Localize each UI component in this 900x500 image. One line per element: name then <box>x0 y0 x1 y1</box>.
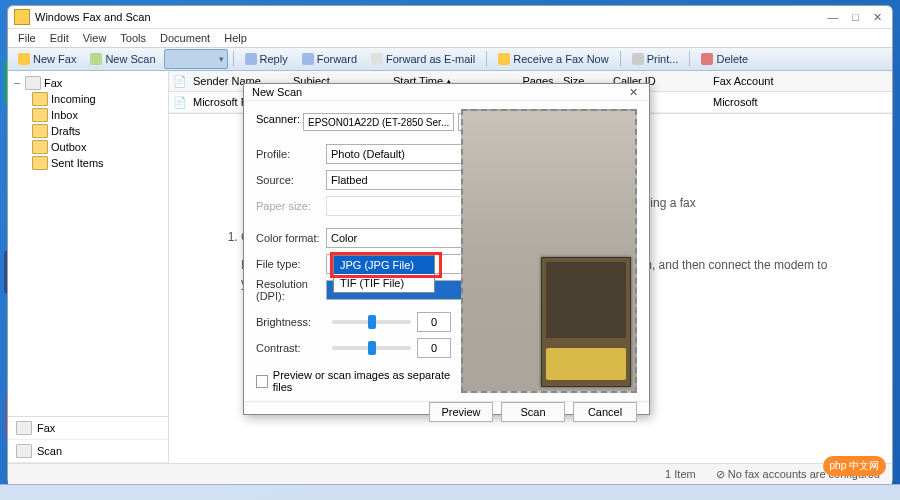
dialog-titlebar[interactable]: New Scan ✕ <box>244 84 649 101</box>
brightness-slider[interactable] <box>332 320 411 324</box>
titlebar[interactable]: Windows Fax and Scan — □ ✕ <box>8 6 892 29</box>
menu-edit[interactable]: Edit <box>50 32 69 44</box>
folder-icon <box>32 140 48 154</box>
cancel-button[interactable]: Cancel <box>573 402 637 422</box>
slider-thumb[interactable] <box>368 341 376 355</box>
scan-preview[interactable] <box>461 109 637 393</box>
tree-item-sent[interactable]: Sent Items <box>10 155 166 171</box>
delete-button[interactable]: Delete <box>695 51 754 67</box>
label: Fax <box>37 422 55 434</box>
status-count: 1 Item <box>665 468 696 480</box>
col-account[interactable]: Fax Account <box>713 75 813 87</box>
dialog-close-button[interactable]: ✕ <box>625 84 641 100</box>
dropdown-option-tif[interactable]: TIF (TIF File) <box>334 274 434 292</box>
delete-icon <box>701 53 713 65</box>
source-select[interactable]: Flatbed <box>326 170 471 190</box>
label: Drafts <box>51 125 80 137</box>
menu-document[interactable]: Document <box>160 32 210 44</box>
menu-view[interactable]: View <box>83 32 107 44</box>
color-select[interactable]: Color <box>326 228 471 248</box>
label: Fax <box>44 77 62 89</box>
tree-root-fax[interactable]: −Fax <box>10 75 166 91</box>
menu-tools[interactable]: Tools <box>120 32 146 44</box>
forward-email-button[interactable]: Forward as E-mail <box>365 51 481 67</box>
label: Preview or scan images as separate files <box>273 369 451 393</box>
slider-thumb[interactable] <box>368 315 376 329</box>
receive-fax-button[interactable]: Receive a Fax Now <box>492 51 614 67</box>
dropdown-option-jpg[interactable]: JPG (JPG File) <box>334 256 434 274</box>
tree-item-drafts[interactable]: Drafts <box>10 123 166 139</box>
tree-item-inbox[interactable]: Inbox <box>10 107 166 123</box>
minimize-button[interactable]: — <box>827 11 838 24</box>
filetype-label: File type: <box>256 258 326 270</box>
email-icon <box>371 53 383 65</box>
new-scan-button[interactable]: New Scan <box>84 51 161 67</box>
label: Delete <box>716 53 748 65</box>
preview-document <box>541 257 631 387</box>
scan-mode-icon <box>16 444 32 458</box>
contrast-label: Contrast: <box>256 342 326 354</box>
col-icons[interactable]: 📄 <box>173 75 193 88</box>
paper-select <box>326 196 471 216</box>
reply-button[interactable]: Reply <box>239 51 294 67</box>
folder-icon <box>25 76 41 90</box>
toggle-preview-button[interactable] <box>164 49 228 69</box>
separate-files-checkbox[interactable]: Preview or scan images as separate files <box>256 369 451 393</box>
scan-icon <box>90 53 102 65</box>
label: Forward as E-mail <box>386 53 475 65</box>
preview-button[interactable]: Preview <box>429 402 493 422</box>
app-icon <box>14 9 30 25</box>
label: Print... <box>647 53 679 65</box>
separator <box>689 51 690 67</box>
checkbox-icon <box>256 375 268 388</box>
preview-document-title <box>546 348 626 380</box>
label: New Fax <box>33 53 76 65</box>
tree-item-outbox[interactable]: Outbox <box>10 139 166 155</box>
separator <box>233 51 234 67</box>
receive-icon <box>498 53 510 65</box>
folder-icon <box>32 92 48 106</box>
menu-help[interactable]: Help <box>224 32 247 44</box>
mode-switcher: Fax Scan <box>8 416 168 463</box>
separator <box>486 51 487 67</box>
label: Receive a Fax Now <box>513 53 608 65</box>
mode-fax[interactable]: Fax <box>8 417 168 440</box>
label: Incoming <box>51 93 96 105</box>
mode-scan[interactable]: Scan <box>8 440 168 463</box>
label: Outbox <box>51 141 86 153</box>
brightness-label: Brightness: <box>256 316 326 328</box>
paper-label: Paper size: <box>256 200 326 212</box>
maximize-button[interactable]: □ <box>852 11 859 24</box>
close-button[interactable]: ✕ <box>873 11 882 24</box>
source-label: Source: <box>256 174 326 186</box>
label: Forward <box>317 53 357 65</box>
profile-select[interactable]: Photo (Default) <box>326 144 471 164</box>
taskbar[interactable] <box>0 484 900 500</box>
fax-mode-icon <box>16 421 32 435</box>
watermark: php 中文网 <box>823 456 886 476</box>
menu-file[interactable]: File <box>18 32 36 44</box>
resolution-label: Resolution (DPI): <box>256 278 326 302</box>
folder-icon <box>32 108 48 122</box>
folder-icon <box>32 156 48 170</box>
label: New Scan <box>105 53 155 65</box>
forward-button[interactable]: Forward <box>296 51 363 67</box>
scan-button[interactable]: Scan <box>501 402 565 422</box>
separator <box>620 51 621 67</box>
dialog-footer: Preview Scan Cancel <box>244 401 649 422</box>
new-fax-button[interactable]: New Fax <box>12 51 82 67</box>
statusbar: 1 Item ⊘ No fax accounts are configured <box>8 463 892 484</box>
collapse-icon[interactable]: − <box>12 77 22 89</box>
brightness-input[interactable] <box>417 312 451 332</box>
contrast-input[interactable] <box>417 338 451 358</box>
label: Reply <box>260 53 288 65</box>
forward-icon <box>302 53 314 65</box>
label: Sent Items <box>51 157 104 169</box>
print-button[interactable]: Print... <box>626 51 685 67</box>
menubar: File Edit View Tools Document Help <box>8 29 892 47</box>
sidebar: −Fax Incoming Inbox Drafts Outbox Sent I… <box>8 71 169 463</box>
new-scan-dialog: New Scan ✕ Scanner:EPSON01A22D (ET-2850 … <box>243 83 650 415</box>
row-icon: 📄 <box>173 96 193 109</box>
contrast-slider[interactable] <box>332 346 411 350</box>
tree-item-incoming[interactable]: Incoming <box>10 91 166 107</box>
